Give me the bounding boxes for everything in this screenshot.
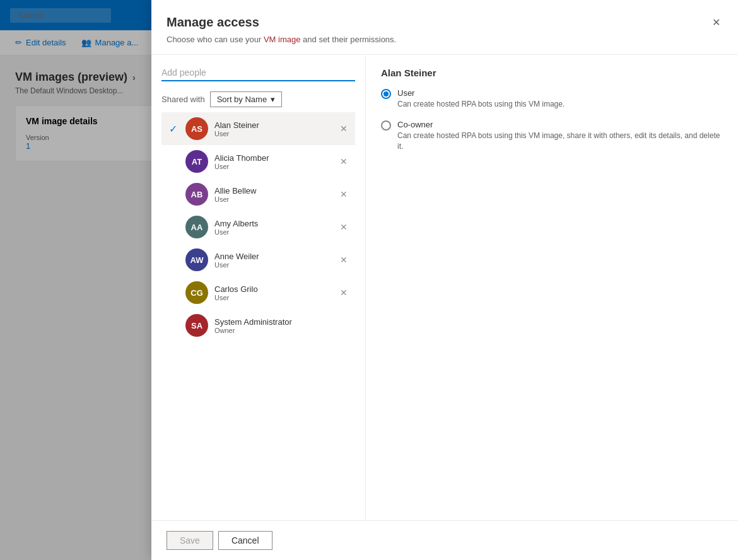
person-name: Allie Bellew — [214, 186, 331, 195]
shared-with-label: Shared with — [161, 95, 205, 104]
person-role: Owner — [214, 327, 350, 334]
person-name: Alan Steiner — [214, 120, 331, 130]
permission-desc-user: Can create hosted RPA bots using this VM… — [397, 99, 565, 110]
add-people-input[interactable] — [161, 65, 355, 81]
person-info: Alicia Thomber User — [214, 153, 331, 170]
permission-option-coowner[interactable]: Co-owner Can create hosted RPA bots usin… — [381, 120, 723, 152]
sort-dropdown[interactable]: Sort by Name ▾ — [210, 91, 282, 107]
avatar: CG — [185, 281, 208, 304]
list-item[interactable]: CG Carlos Grilo User ✕ — [161, 276, 355, 309]
remove-person-button[interactable]: ✕ — [337, 187, 350, 202]
person-info: Anne Weiler User — [214, 252, 331, 269]
remove-person-button[interactable]: ✕ — [337, 285, 350, 300]
person-info: System Administrator Owner — [214, 317, 350, 334]
sort-label: Sort by Name — [217, 95, 267, 104]
permission-details-user: User Can create hosted RPA bots using th… — [397, 88, 565, 110]
avatar: AS — [185, 117, 208, 140]
avatar: AW — [185, 248, 208, 271]
list-item[interactable]: AW Anne Weiler User ✕ — [161, 243, 355, 276]
avatar: SA — [185, 314, 208, 337]
chevron-down-icon: ▾ — [271, 95, 275, 104]
close-button[interactable]: ✕ — [710, 15, 723, 30]
avatar: AB — [185, 183, 208, 206]
list-item[interactable]: SA System Administrator Owner — [161, 309, 355, 342]
modal-footer: Save Cancel — [151, 520, 738, 560]
left-panel: Shared with Sort by Name ▾ ✓ AS Alan Ste… — [151, 55, 366, 520]
modal-header-content: Manage access Choose who can use your VM… — [167, 15, 396, 44]
modal-header: Manage access Choose who can use your VM… — [151, 0, 738, 55]
list-item[interactable]: AT Alicia Thomber User ✕ — [161, 145, 355, 178]
remove-person-button[interactable]: ✕ — [337, 252, 350, 267]
radio-coowner[interactable] — [381, 120, 391, 131]
avatar: AA — [185, 216, 208, 238]
save-button[interactable]: Save — [167, 531, 213, 550]
person-name: System Administrator — [214, 317, 350, 327]
right-panel: Alan Steiner User Can create hosted RPA … — [366, 55, 738, 520]
person-role: User — [214, 294, 331, 301]
person-info: Carlos Grilo User — [214, 284, 331, 301]
person-name: Carlos Grilo — [214, 284, 331, 294]
permission-option-user[interactable]: User Can create hosted RPA bots using th… — [381, 88, 723, 110]
person-info: Allie Bellew User — [214, 186, 331, 203]
selected-person-name: Alan Steiner — [381, 67, 723, 78]
remove-person-button[interactable]: ✕ — [337, 219, 350, 235]
remove-person-button[interactable]: ✕ — [337, 154, 350, 169]
list-item[interactable]: AB Allie Bellew User ✕ — [161, 178, 355, 211]
manage-access-modal: Manage access Choose who can use your VM… — [151, 0, 738, 560]
avatar: AT — [185, 150, 208, 173]
person-name: Alicia Thomber — [214, 153, 331, 163]
permission-details-coowner: Co-owner Can create hosted RPA bots usin… — [397, 120, 723, 152]
person-role: User — [214, 195, 331, 203]
person-info: Alan Steiner User — [214, 120, 331, 137]
person-role: User — [214, 163, 331, 170]
person-name: Anne Weiler — [214, 252, 331, 261]
modal-subtitle: Choose who can use your VM image and set… — [167, 35, 396, 44]
checkmark-icon: ✓ — [167, 123, 179, 135]
permission-desc-coowner: Can create hosted RPA bots using this VM… — [397, 131, 723, 152]
permission-label-coowner: Co-owner — [397, 120, 723, 129]
person-role: User — [214, 261, 331, 269]
permission-label-user: User — [397, 88, 565, 98]
list-item[interactable]: ✓ AS Alan Steiner User ✕ — [161, 112, 355, 145]
person-role: User — [214, 228, 331, 236]
person-name: Amy Alberts — [214, 219, 331, 228]
list-item[interactable]: AA Amy Alberts User ✕ — [161, 211, 355, 243]
modal-title: Manage access — [167, 15, 396, 30]
person-info: Amy Alberts User — [214, 219, 331, 236]
cancel-button[interactable]: Cancel — [218, 531, 272, 550]
people-list: ✓ AS Alan Steiner User ✕ AT Alicia Thomb… — [161, 112, 355, 510]
radio-user[interactable] — [381, 89, 391, 99]
remove-person-button[interactable]: ✕ — [337, 121, 350, 136]
shared-with-row: Shared with Sort by Name ▾ — [161, 91, 355, 107]
modal-body: Shared with Sort by Name ▾ ✓ AS Alan Ste… — [151, 55, 738, 520]
subtitle-highlight: VM image — [264, 35, 301, 44]
person-role: User — [214, 130, 331, 137]
